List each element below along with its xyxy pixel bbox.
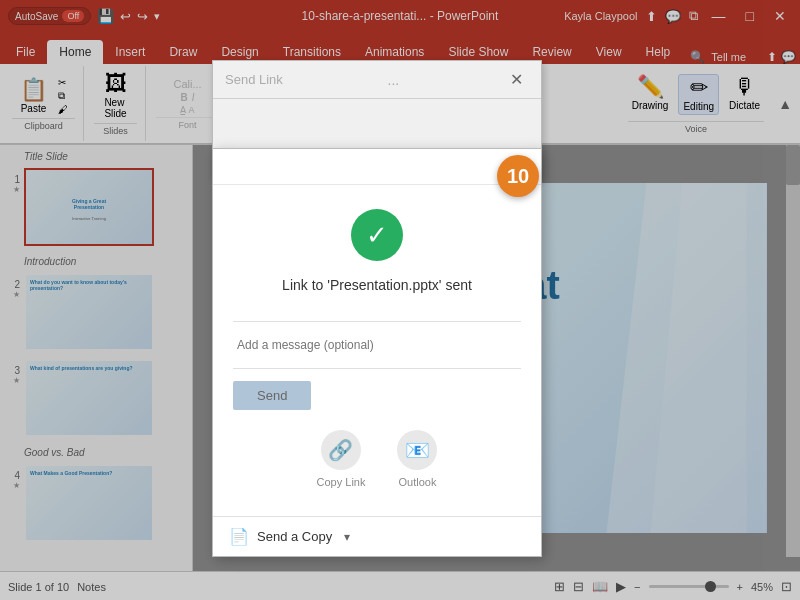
copy-button[interactable]: ⧉	[55, 89, 71, 103]
thumb3-text: What kind of presentations are you givin…	[26, 361, 152, 375]
outlook-option[interactable]: 📧 Outlook	[397, 430, 437, 488]
tab-draw[interactable]: Draw	[157, 40, 209, 64]
window-title: 10-share-a-presentati... - PowerPoint	[302, 9, 499, 23]
success-body: ✓ Link to 'Presentation.pptx' sent Send …	[213, 185, 541, 516]
slide-item-4[interactable]: 4 ★ What Makes a Good Presentation?	[0, 460, 192, 546]
zoom-in-button[interactable]: +	[737, 581, 743, 593]
slide-item-3[interactable]: 3 ★ What kind of presentations are you g…	[0, 355, 192, 441]
comments-ribbon-icon[interactable]: 💬	[781, 50, 796, 64]
success-close-button[interactable]: ✕	[508, 155, 533, 178]
share-ribbon-icon[interactable]: ⬆	[767, 50, 777, 64]
success-divider	[233, 321, 521, 322]
italic-button[interactable]: I	[192, 92, 195, 103]
cut-button[interactable]: ✂	[55, 76, 71, 89]
slide-number-3: 3	[4, 365, 20, 376]
tab-view[interactable]: View	[584, 40, 634, 64]
section-good-vs-bad: Good vs. Bad	[0, 441, 192, 460]
scrollbar-thumb[interactable]	[786, 145, 800, 185]
slide-star-4: ★	[13, 481, 20, 490]
send-link-more-dots[interactable]: ...	[388, 72, 400, 88]
drawing-button[interactable]: ✏️ Drawing	[628, 74, 673, 115]
thumb4-bg: What Makes a Good Presentation?	[26, 466, 152, 540]
dictate-label: Dictate	[729, 100, 760, 111]
slide-number-1: 1	[4, 174, 20, 185]
customize-icon[interactable]: ▾	[154, 10, 160, 23]
notes-button[interactable]: Notes	[77, 581, 106, 593]
clipboard-small-buttons: ✂ ⧉ 🖌	[55, 76, 71, 116]
copy-link-icon: 🔗	[321, 430, 361, 470]
slide-thumb-4[interactable]: What Makes a Good Presentation?	[24, 464, 154, 542]
tab-insert[interactable]: Insert	[103, 40, 157, 64]
normal-view-icon[interactable]: ⊞	[554, 579, 565, 594]
minimize-button[interactable]: —	[706, 0, 732, 32]
zoom-thumb[interactable]	[705, 581, 716, 592]
slide-sorter-icon[interactable]: ⊟	[573, 579, 584, 594]
slide-item-2[interactable]: 2 ★ What do you want to know about today…	[0, 269, 192, 355]
slide-item-1[interactable]: 1 ★ Giving a GreatPresentation Interacti…	[0, 164, 192, 250]
tab-help[interactable]: Help	[634, 40, 683, 64]
send-button[interactable]: Send	[233, 381, 311, 410]
maximize-button[interactable]: □	[740, 0, 760, 32]
autosave-toggle[interactable]: AutoSave Off	[8, 7, 91, 25]
voice-label: Voice	[628, 121, 764, 134]
slide-panel: Title Slide 1 ★ Giving a GreatPresentati…	[0, 145, 193, 571]
tab-home[interactable]: Home	[47, 40, 103, 64]
thumb2-text: What do you want to know about today's p…	[26, 275, 152, 295]
slide-thumb-1[interactable]: Giving a GreatPresentation Interactive T…	[24, 168, 154, 246]
comments-icon[interactable]: 💬	[665, 9, 681, 24]
section-introduction: Introduction	[0, 250, 192, 269]
send-link-close-button[interactable]: ✕	[504, 68, 529, 91]
vertical-scrollbar[interactable]	[786, 145, 800, 557]
copy-link-option[interactable]: 🔗 Copy Link	[317, 430, 366, 488]
redo-icon[interactable]: ↪	[137, 9, 148, 24]
save-icon[interactable]: 💾	[97, 8, 114, 24]
clipboard-group: 📋 Paste ✂ ⧉ 🖌 Clipboard	[4, 66, 84, 141]
editing-label: Editing	[683, 101, 714, 112]
zoom-slider[interactable]	[649, 585, 729, 588]
fit-to-window-icon[interactable]: ⊡	[781, 579, 792, 594]
user-name: Kayla Claypool	[564, 10, 637, 22]
add-message-input[interactable]	[233, 330, 521, 360]
send-link-header: Send Link ... ✕	[213, 61, 541, 99]
send-copy-chevron[interactable]: ▾	[344, 530, 350, 544]
status-right: ⊞ ⊟ 📖 ▶ − + 45% ⊡	[554, 579, 792, 594]
send-copy-footer[interactable]: 📄 Send a Copy ▾	[213, 516, 541, 556]
thumb2-bg: What do you want to know about today's p…	[26, 275, 152, 349]
share-icon[interactable]: ⬆	[646, 9, 657, 24]
autosave-state[interactable]: Off	[62, 10, 84, 22]
font-label: Font	[156, 117, 219, 130]
new-slide-label: NewSlide	[104, 97, 126, 119]
tab-file[interactable]: File	[4, 40, 47, 64]
section-title-slide: Title Slide	[0, 145, 192, 164]
slide-thumb-3[interactable]: What kind of presentations are you givin…	[24, 359, 154, 437]
tell-me-label[interactable]: Tell me	[711, 51, 746, 63]
close-button[interactable]: ✕	[768, 0, 792, 32]
voice-group: ✏️ Drawing ✏ Editing 🎙 Dictate Voice	[620, 66, 772, 141]
thumb3-bg: What kind of presentations are you givin…	[26, 361, 152, 435]
restore-icon[interactable]: ⧉	[689, 8, 698, 24]
collapse-ribbon-icon[interactable]: ▲	[778, 96, 792, 112]
search-icon[interactable]: 🔍	[690, 50, 705, 64]
success-divider-2	[233, 368, 521, 369]
undo-icon[interactable]: ↩	[120, 9, 131, 24]
slides-label: Slides	[94, 123, 137, 136]
format-painter-button[interactable]: 🖌	[55, 103, 71, 116]
slide-thumb-2[interactable]: What do you want to know about today's p…	[24, 273, 154, 351]
slides-group: 🖼 NewSlide Slides	[86, 66, 146, 141]
zoom-level[interactable]: 45%	[751, 581, 773, 593]
zoom-out-button[interactable]: −	[634, 581, 640, 593]
dictate-button[interactable]: 🎙 Dictate	[725, 74, 764, 115]
bold-button[interactable]: B	[180, 92, 187, 103]
slide-number-4: 4	[4, 470, 20, 481]
paste-area: 📋 Paste ✂ ⧉ 🖌	[16, 76, 71, 116]
editing-icon: ✏	[690, 77, 708, 99]
paste-button[interactable]: 📋 Paste	[16, 77, 51, 116]
thumb1-title: Giving a GreatPresentation	[68, 194, 110, 214]
editing-button[interactable]: ✏ Editing	[678, 74, 719, 115]
slideshow-icon[interactable]: ▶	[616, 579, 626, 594]
reading-view-icon[interactable]: 📖	[592, 579, 608, 594]
success-dialog[interactable]: ✕ ✓ Link to 'Presentation.pptx' sent Sen…	[212, 148, 542, 557]
new-slide-button[interactable]: 🖼 NewSlide	[100, 71, 130, 121]
success-checkmark-icon: ✓	[351, 209, 403, 261]
success-dialog-header: ✕	[213, 149, 541, 185]
